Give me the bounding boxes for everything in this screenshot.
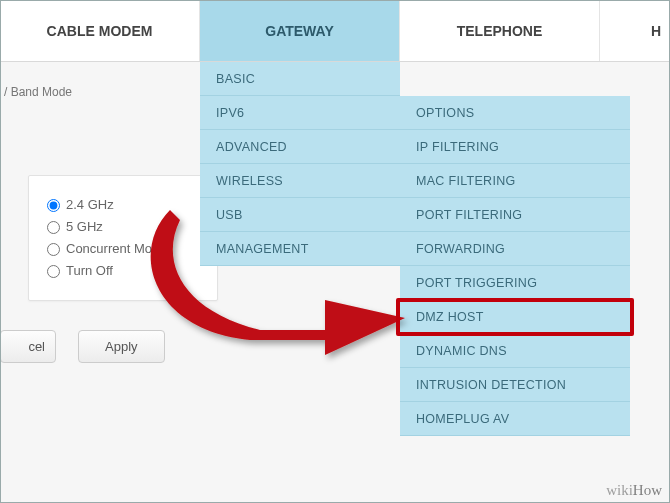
radio-input[interactable] — [47, 243, 60, 256]
tab-partial[interactable]: H — [600, 0, 670, 61]
radio-2-4ghz[interactable]: 2.4 GHz — [47, 194, 195, 216]
menu-wireless[interactable]: WIRELESS — [200, 164, 400, 198]
menu-ip-filtering[interactable]: IP FILTERING — [400, 130, 630, 164]
menu-homeplug-av[interactable]: HOMEPLUG AV — [400, 402, 630, 436]
menu-port-triggering[interactable]: PORT TRIGGERING — [400, 266, 630, 300]
radio-input[interactable] — [47, 199, 60, 212]
radio-concurrent[interactable]: Concurrent Mode — [47, 238, 195, 260]
menu-ipv6[interactable]: IPV6 — [200, 96, 400, 130]
radio-label: 2.4 GHz — [66, 194, 114, 216]
menu-usb[interactable]: USB — [200, 198, 400, 232]
cancel-button[interactable]: cel — [0, 330, 56, 363]
band-mode-panel: 2.4 GHz 5 GHz Concurrent Mode Turn Off — [28, 175, 218, 301]
tab-telephone[interactable]: TELEPHONE — [400, 0, 600, 61]
radio-label: 5 GHz — [66, 216, 103, 238]
menu-mac-filtering[interactable]: MAC FILTERING — [400, 164, 630, 198]
radio-input[interactable] — [47, 221, 60, 234]
menu-dynamic-dns[interactable]: DYNAMIC DNS — [400, 334, 630, 368]
menu-dmz-host[interactable]: DMZ HOST — [400, 300, 630, 334]
menu-forwarding[interactable]: FORWARDING — [400, 232, 630, 266]
menu-advanced[interactable]: ADVANCED — [200, 130, 400, 164]
top-nav: CABLE MODEM GATEWAY TELEPHONE H — [0, 0, 670, 62]
menu-options[interactable]: OPTIONS — [400, 96, 630, 130]
apply-button[interactable]: Apply — [78, 330, 165, 363]
tab-cable-modem[interactable]: CABLE MODEM — [0, 0, 200, 61]
tab-gateway[interactable]: GATEWAY — [200, 0, 400, 61]
watermark: wikiHow — [606, 482, 662, 499]
radio-label: Turn Off — [66, 260, 113, 282]
advanced-submenu: OPTIONS IP FILTERING MAC FILTERING PORT … — [400, 96, 630, 436]
watermark-prefix: wiki — [606, 482, 633, 498]
radio-turn-off[interactable]: Turn Off — [47, 260, 195, 282]
menu-management[interactable]: MANAGEMENT — [200, 232, 400, 266]
gateway-submenu: BASIC IPV6 ADVANCED WIRELESS USB MANAGEM… — [200, 62, 400, 266]
breadcrumb: / Band Mode — [0, 85, 72, 99]
button-row: cel Apply — [0, 330, 165, 363]
watermark-suffix: How — [633, 482, 662, 498]
menu-intrusion-detection[interactable]: INTRUSION DETECTION — [400, 368, 630, 402]
radio-5ghz[interactable]: 5 GHz — [47, 216, 195, 238]
menu-basic[interactable]: BASIC — [200, 62, 400, 96]
radio-label: Concurrent Mode — [66, 238, 166, 260]
menu-port-filtering[interactable]: PORT FILTERING — [400, 198, 630, 232]
radio-input[interactable] — [47, 265, 60, 278]
